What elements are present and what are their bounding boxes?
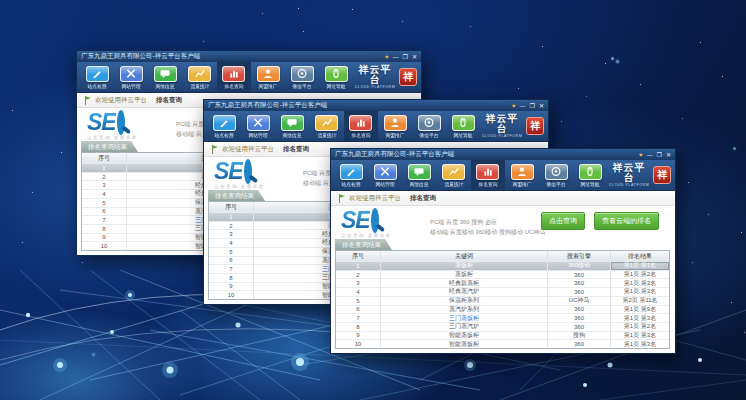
table-row[interactable]: 7 三门蒸饭柜 360 第1页 第3名 — [336, 313, 669, 322]
close-icon[interactable]: ✕ — [666, 152, 671, 158]
table-row[interactable]: 8 三门蒸汽炉 360 第1页 第2名 — [336, 322, 669, 331]
cell-no: 4 — [336, 288, 381, 296]
table-row[interactable]: 1 蒸饭柜 360移动 第1页 第1名 — [336, 261, 669, 270]
table-row[interactable]: 4 经典蒸汽炉 360 第1页 第3名 — [336, 287, 669, 296]
seo-logo-letters: SE — [214, 160, 243, 183]
window-titlebar[interactable]: 广东九鼎王厨具有限公司-祥云平台客户端 ♥ — ❐ ✕ — [77, 51, 421, 62]
cell-rank: 第1页 第2名 — [611, 323, 669, 331]
seo-logo: SE 点击查询 全面排名 — [341, 209, 427, 238]
toolbar-item-label: 排名查询 — [351, 132, 370, 138]
toolbar-item-traffic-stats[interactable]: 流量统计 — [437, 160, 471, 190]
maximize-icon[interactable]: ❐ — [530, 103, 535, 109]
table-row[interactable]: 2 蒸饭柜 360 第1页 第2名 — [336, 270, 669, 279]
line-chart-icon — [315, 115, 338, 131]
cloud-rank-button[interactable]: 查看云端的排名 — [594, 212, 659, 230]
target-icon — [545, 164, 568, 180]
cell-no: 4 — [82, 190, 127, 198]
mouse-icon — [579, 164, 602, 180]
toolbar-item-wechat-platform[interactable]: 微信平台 — [285, 62, 319, 92]
minimize-icon[interactable]: — — [647, 152, 653, 158]
toolbar-item-label: 流量统计 — [317, 132, 336, 138]
toolbar-item-wechat-platform[interactable]: 微信平台 — [539, 160, 573, 190]
toolbar-item-traffic-stats[interactable]: 流量统计 — [183, 62, 217, 92]
window-titlebar[interactable]: 广东九鼎王厨具有限公司-祥云平台客户端 ♥ — ❐ ✕ — [331, 149, 675, 160]
toolbar-item-wechat-platform[interactable]: 微信平台 — [412, 111, 446, 141]
toolbar-item-rank-query[interactable]: 排名查询 — [344, 111, 378, 141]
welcome-text: 欢迎使用祥云平台 — [222, 145, 274, 154]
toolbar-item-site-check[interactable]: 站点检测 — [80, 62, 114, 92]
toolbar-item-alliance-promo[interactable]: 商盟推广 — [378, 111, 412, 141]
seo-slogan: 点击查询 全面排名 — [87, 135, 173, 140]
toolbar-item-rank-query[interactable]: 排名查询 — [471, 160, 505, 190]
toolbar-item-site-nav[interactable]: 网址导航 — [319, 62, 353, 92]
toolbar-item-label: 排名查询 — [478, 181, 497, 187]
seo-slogan: 点击查询 全面排名 — [341, 233, 427, 238]
tab-rank-results[interactable]: 排名查询结果 — [81, 141, 138, 152]
column-header-no: 序号 — [209, 202, 254, 212]
cell-rank: 第1页 第2名 — [611, 271, 669, 279]
brand-subtitle: CLOUD PLATFORM — [481, 135, 524, 139]
table-row[interactable]: 10 智能蒸饭柜 360 第1页 第3名 — [336, 339, 669, 348]
main-toolbar: 站点检测 网站管理 商情信息 流量统计 排名查询 — [204, 111, 548, 142]
cell-no: 2 — [336, 271, 381, 279]
brand-badge-icon: 祥 — [399, 68, 417, 86]
column-header-keyword: 关键词 — [381, 251, 548, 261]
tab-rank-results[interactable]: 排名查询结果 — [335, 239, 392, 250]
bar-chart-icon — [349, 115, 372, 131]
window-title: 广东九鼎王厨具有限公司-祥云平台客户端 — [335, 150, 454, 159]
cell-no: 8 — [209, 274, 254, 282]
magnifier-icon — [371, 212, 379, 230]
close-icon[interactable]: ✕ — [412, 54, 417, 60]
close-icon[interactable]: ✕ — [539, 103, 544, 109]
welcome-bar: 欢迎使用祥云平台 排名查询 — [331, 191, 675, 206]
cell-no: 8 — [336, 323, 381, 331]
toolbar-item-label: 商盟推广 — [259, 83, 278, 89]
window-title: 广东九鼎王厨具有限公司-祥云平台客户端 — [81, 52, 200, 61]
person-icon — [384, 115, 407, 131]
toolbar-item-business-info[interactable]: 商情信息 — [402, 160, 436, 190]
skin-icon[interactable]: ♥ — [639, 152, 643, 158]
table-row[interactable]: 9 智能蒸饭柜 搜狗 第1页 第3名 — [336, 331, 669, 340]
toolbar-item-site-check[interactable]: 站点检测 — [334, 160, 368, 190]
minimize-icon[interactable]: — — [393, 54, 399, 60]
table-row[interactable]: 3 经典款蒸柜 360 第1页 第3名 — [336, 278, 669, 287]
skin-icon[interactable]: ♥ — [512, 103, 516, 109]
cell-keyword: 三门蒸饭柜 — [381, 314, 548, 322]
toolbar-item-rank-query[interactable]: 排名查询 — [217, 62, 251, 92]
cell-no: 1 — [209, 213, 254, 221]
toolbar-item-label: 商情信息 — [283, 132, 302, 138]
tab-rank-results[interactable]: 排名查询结果 — [208, 190, 265, 201]
brand-logo: 祥云平台 CLOUD PLATFORM 祥 — [481, 111, 546, 141]
pencil-icon — [340, 164, 363, 180]
welcome-text: 欢迎使用祥云平台 — [95, 96, 147, 105]
brand-name: 祥云平台 — [354, 65, 397, 86]
cell-engine: 360 — [548, 314, 611, 322]
skin-icon[interactable]: ♥ — [385, 54, 389, 60]
window-titlebar[interactable]: 广东九鼎王厨具有限公司-祥云平台客户端 ♥ — ❐ ✕ — [204, 100, 548, 111]
query-button[interactable]: 点击查询 — [541, 212, 585, 230]
toolbar-item-business-info[interactable]: 商情信息 — [148, 62, 182, 92]
table-row[interactable]: 6 蒸汽炉系列 360 第1页 第9名 — [336, 305, 669, 314]
cell-rank: 第1页 第3名 — [611, 288, 669, 296]
cell-keyword: 蒸饭柜 — [381, 271, 548, 279]
toolbar-item-site-check[interactable]: 站点检测 — [207, 111, 241, 141]
maximize-icon[interactable]: ❐ — [403, 54, 408, 60]
toolbar-item-site-nav[interactable]: 网址导航 — [573, 160, 607, 190]
table-row[interactable]: 5 保温柜系列 UC神马 第2页 第11名 — [336, 296, 669, 305]
line-chart-icon — [188, 66, 211, 82]
toolbar-item-site-nav[interactable]: 网址导航 — [446, 111, 480, 141]
toolbar-item-business-info[interactable]: 商情信息 — [275, 111, 309, 141]
toolbar-item-label: 流量统计 — [444, 181, 463, 187]
toolbar-item-site-manage[interactable]: 网站管理 — [241, 111, 275, 141]
minimize-icon[interactable]: — — [520, 103, 526, 109]
toolbar-item-alliance-promo[interactable]: 商盟推广 — [505, 160, 539, 190]
seo-logo-letters: SE — [341, 209, 370, 232]
toolbar-item-label: 网址导航 — [581, 181, 600, 187]
toolbar-item-site-manage[interactable]: 网站管理 — [368, 160, 402, 190]
toolbar-item-site-manage[interactable]: 网站管理 — [114, 62, 148, 92]
toolbar-item-traffic-stats[interactable]: 流量统计 — [310, 111, 344, 141]
toolbar-item-alliance-promo[interactable]: 商盟推广 — [251, 62, 285, 92]
maximize-icon[interactable]: ❐ — [657, 152, 662, 158]
toolbar-item-label: 网站管理 — [249, 132, 268, 138]
cell-rank: 第1页 第3名 — [611, 340, 669, 348]
